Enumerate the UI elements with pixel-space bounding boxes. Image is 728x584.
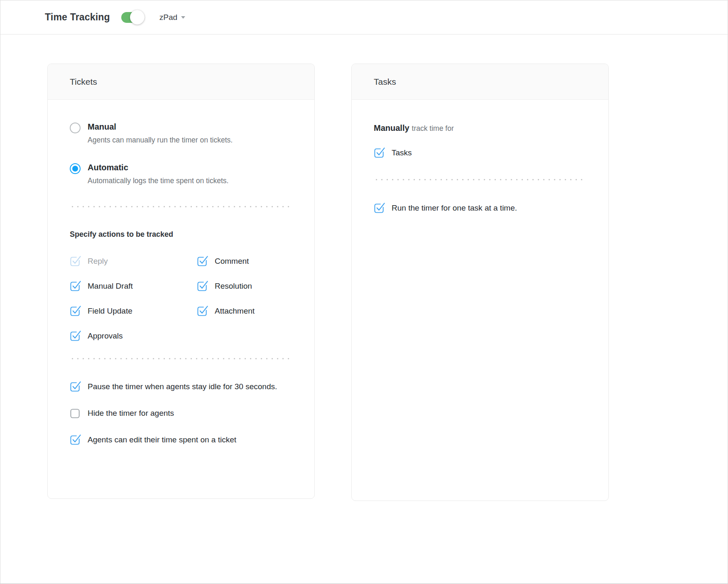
- dotted-divider: [374, 179, 586, 180]
- time-tracking-toggle[interactable]: [121, 12, 143, 23]
- checkbox-icon: [197, 280, 208, 292]
- checkbox-label: Comment: [215, 255, 249, 267]
- checkbox-label: Manual Draft: [88, 280, 133, 292]
- tasks-card-body: Manuallytrack time for Tasks Run the: [352, 100, 608, 238]
- radio-icon: [70, 163, 81, 174]
- checkbox-label: Agents can edit their time spent on a ti…: [88, 434, 236, 446]
- manually-track-heading: Manuallytrack time for: [374, 123, 586, 133]
- actions-section-heading: Specify actions to be tracked: [70, 230, 292, 239]
- checkbox-icon: [70, 305, 81, 317]
- page-header: Time Tracking zPad: [0, 0, 728, 34]
- radio-description-automatic: Automatically logs the time spent on tic…: [88, 177, 228, 185]
- checkbox-label: Field Update: [88, 305, 132, 317]
- action-checkbox-manual-draft[interactable]: Manual Draft: [70, 280, 197, 292]
- action-checkbox-attachment[interactable]: Attachment: [197, 305, 292, 317]
- action-checkbox-approvals[interactable]: Approvals: [70, 330, 197, 341]
- tickets-card: Tickets Manual Agents can manually run t…: [47, 64, 315, 499]
- run-timer-one-task-checkbox[interactable]: Run the timer for one task at a time.: [374, 202, 586, 213]
- checkbox-icon: [197, 305, 208, 317]
- checkbox-label: Reply: [88, 255, 108, 267]
- action-checkbox-reply[interactable]: Reply: [70, 255, 197, 267]
- radio-icon: [70, 123, 81, 133]
- option-checkbox-hide-timer[interactable]: Hide the timer for agents: [70, 407, 292, 419]
- timer-options-list: Pause the timer when agents stay idle fo…: [70, 381, 292, 446]
- tasks-card: Tasks Manuallytrack time for Tasks: [351, 64, 609, 501]
- manually-track-heading-rest: track time for: [412, 124, 454, 133]
- tracked-actions-grid: Reply Comment Manu: [70, 255, 292, 341]
- checkbox-label: Approvals: [88, 330, 123, 341]
- action-checkbox-field-update[interactable]: Field Update: [70, 305, 197, 317]
- time-tracking-settings-page: Time Tracking zPad Tickets Manual Agents…: [0, 0, 728, 584]
- chevron-down-icon: [181, 16, 185, 19]
- tickets-card-body: Manual Agents can manually run the timer…: [48, 100, 314, 474]
- radio-option-automatic[interactable]: Automatic Automatically logs the time sp…: [70, 163, 292, 185]
- radio-label-automatic: Automatic: [88, 163, 228, 172]
- radio-option-manual[interactable]: Manual Agents can manually run the timer…: [70, 122, 292, 145]
- option-checkbox-edit-time[interactable]: Agents can edit their time spent on a ti…: [70, 434, 292, 446]
- dotted-divider: [70, 358, 292, 359]
- checkbox-icon: [197, 255, 208, 267]
- action-checkbox-comment[interactable]: Comment: [197, 255, 292, 267]
- tasks-checkbox[interactable]: Tasks: [374, 147, 586, 158]
- tickets-card-title: Tickets: [48, 64, 314, 100]
- checkbox-icon: [70, 434, 81, 445]
- option-checkbox-pause-timer[interactable]: Pause the timer when agents stay idle fo…: [70, 381, 292, 393]
- checkbox-icon: [70, 381, 81, 392]
- checkbox-label: Attachment: [215, 305, 255, 317]
- manually-track-heading-bold: Manually: [374, 123, 409, 133]
- checkbox-icon: [374, 202, 385, 213]
- dotted-divider: [70, 206, 292, 207]
- radio-texts: Manual Agents can manually run the timer…: [88, 122, 233, 145]
- radio-label-manual: Manual: [88, 122, 233, 132]
- checkbox-icon: [70, 255, 81, 267]
- checkbox-label: Run the timer for one task at a time.: [392, 202, 517, 213]
- radio-texts: Automatic Automatically logs the time sp…: [88, 163, 228, 185]
- checkbox-icon: [70, 330, 81, 341]
- page-title: Time Tracking: [45, 12, 110, 23]
- toggle-knob-icon: [130, 10, 145, 25]
- main-content: Tickets Manual Agents can manually run t…: [0, 34, 728, 501]
- department-dropdown-value: zPad: [159, 13, 177, 22]
- checkbox-icon: [374, 147, 385, 158]
- checkbox-label: Tasks: [392, 147, 412, 158]
- checkbox-label: Resolution: [215, 280, 252, 292]
- radio-description-manual: Agents can manually run the timer on tic…: [88, 136, 233, 145]
- checkbox-label: Hide the timer for agents: [88, 407, 174, 419]
- checkbox-icon: [70, 280, 81, 292]
- action-checkbox-resolution[interactable]: Resolution: [197, 280, 292, 292]
- tasks-card-title: Tasks: [352, 64, 608, 100]
- checkbox-icon: [70, 407, 81, 419]
- checkbox-label: Pause the timer when agents stay idle fo…: [88, 380, 277, 393]
- department-dropdown[interactable]: zPad: [159, 13, 185, 22]
